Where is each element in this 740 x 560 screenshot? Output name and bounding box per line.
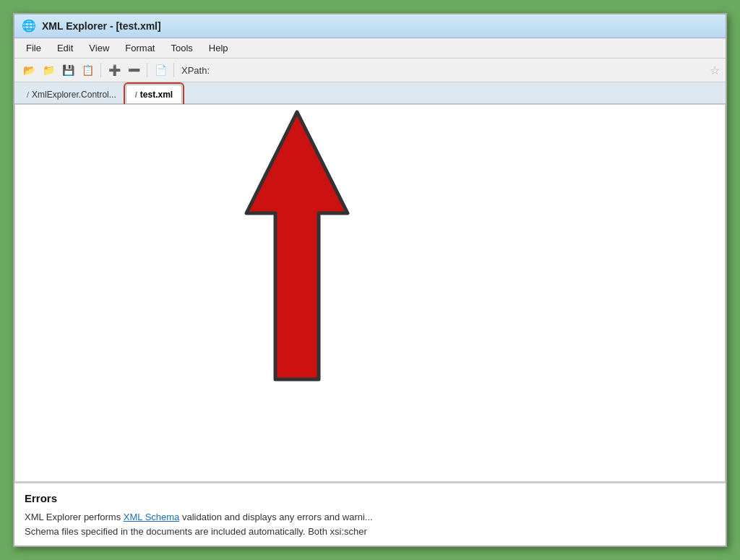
menu-tools[interactable]: Tools xyxy=(163,40,199,56)
separator-2 xyxy=(147,63,147,77)
svg-marker-0 xyxy=(246,112,348,379)
menu-edit[interactable]: Edit xyxy=(50,40,80,56)
collapse-button[interactable]: ➖ xyxy=(125,61,142,79)
errors-panel: Errors XML Explorer performs XML Schema … xyxy=(14,482,726,546)
copy-button[interactable]: 📋 xyxy=(79,61,96,79)
save-button[interactable]: 💾 xyxy=(59,61,77,79)
xpath-label: XPath: xyxy=(181,65,210,76)
toolbar: 📂 📁 💾 📋 ➕ ➖ 📄 XPath: ☆ xyxy=(14,59,726,82)
xml-schema-link[interactable]: XML Schema xyxy=(124,512,180,522)
title-bar: 🌐 XML Explorer - [test.xml] xyxy=(14,14,726,38)
application-window: 🌐 XML Explorer - [test.xml] File Edit Vi… xyxy=(13,13,727,547)
app-icon: 🌐 xyxy=(22,19,36,33)
refresh-button[interactable]: 📄 xyxy=(152,61,169,79)
main-content-area xyxy=(14,104,726,482)
expand-button[interactable]: ➕ xyxy=(106,61,123,79)
menu-bar: File Edit View Format Tools Help xyxy=(14,38,726,59)
errors-text-after-link: validation and displays any errors and w… xyxy=(179,512,372,522)
separator-1 xyxy=(100,63,101,77)
window-title: XML Explorer - [test.xml] xyxy=(42,20,161,32)
menu-view[interactable]: View xyxy=(82,40,116,56)
errors-text-line2: Schema files specified in the documents … xyxy=(25,526,367,537)
menu-help[interactable]: Help xyxy=(202,40,236,56)
tab-bar: / XmlExplorer.Control... / test.xml xyxy=(14,82,726,104)
arrow-annotation xyxy=(145,105,456,394)
errors-description: XML Explorer performs XML Schema validat… xyxy=(25,510,715,538)
favorite-star-icon[interactable]: ☆ xyxy=(710,64,720,77)
errors-text-before-link: XML Explorer performs xyxy=(25,512,124,522)
tab-icon-1: / xyxy=(27,90,29,99)
tab-label-2: test.xml xyxy=(140,90,173,100)
menu-file[interactable]: File xyxy=(19,40,48,56)
separator-3 xyxy=(173,63,174,77)
tab-label-1: XmlExplorer.Control... xyxy=(32,90,116,100)
tab-test-xml[interactable]: / test.xml xyxy=(126,85,182,103)
tab-xmlexplorer-control[interactable]: / XmlExplorer.Control... xyxy=(17,85,126,103)
tab-icon-2: / xyxy=(135,90,137,99)
menu-format[interactable]: Format xyxy=(118,40,162,56)
errors-title: Errors xyxy=(25,491,715,507)
open-button[interactable]: 📁 xyxy=(40,61,57,79)
open-folder-button[interactable]: 📂 xyxy=(20,61,38,79)
